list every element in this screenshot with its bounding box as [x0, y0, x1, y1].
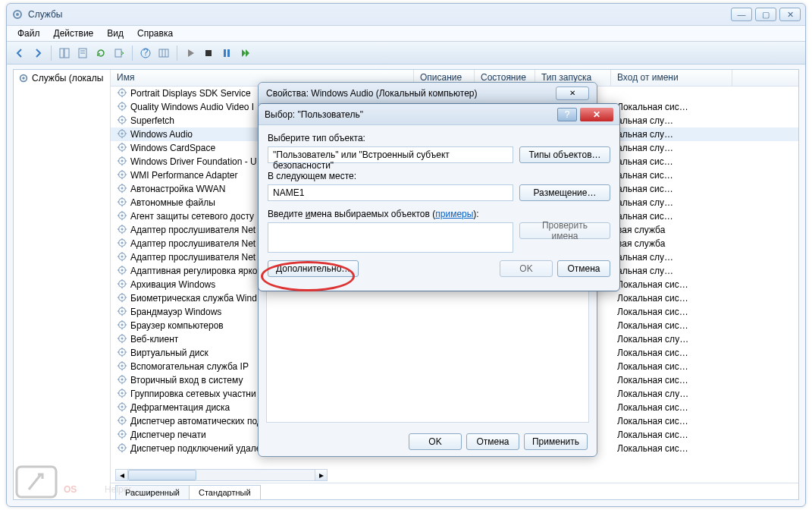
back-button[interactable] [11, 45, 28, 61]
service-name: Quality Windows Audio Video I [130, 102, 254, 112]
gear-icon [117, 374, 127, 387]
gear-icon [117, 128, 127, 141]
gear-icon [18, 73, 29, 83]
columns-button[interactable] [155, 45, 172, 61]
locations-button[interactable]: Размещение… [519, 184, 610, 201]
gear-icon [117, 360, 127, 373]
properties-close-button[interactable]: ✕ [556, 87, 589, 100]
service-logon: Локальная сис… [611, 402, 732, 413]
select-titlebar[interactable]: Выбор: "Пользователь" ? ✕ [259, 104, 619, 125]
properties-titlebar[interactable]: Свойства: Windows Audio (Локальный компь… [259, 83, 597, 104]
service-name: Вспомогательная служба IP [130, 361, 249, 372]
properties-ok-button[interactable]: OK [409, 433, 462, 450]
service-name: Дефрагментация диска [130, 402, 230, 413]
object-type-label: Выберите тип объекта: [268, 133, 610, 143]
gear-icon [117, 238, 127, 250]
svg-rect-14 [224, 49, 226, 57]
svg-point-37 [121, 132, 123, 134]
horizontal-scrollbar[interactable]: ◂ ▸ [115, 469, 328, 481]
menu-action[interactable]: Действие [48, 27, 100, 40]
maximize-button[interactable]: ▢ [755, 8, 776, 21]
service-logon: альная слу… [611, 266, 732, 276]
tree-root[interactable]: Службы (локалы [14, 70, 110, 87]
service-name: Windows Driver Foundation - U [130, 156, 257, 167]
gear-icon [117, 292, 127, 305]
svg-point-43 [121, 146, 123, 148]
svg-point-67 [121, 200, 123, 203]
pause-service-button[interactable] [218, 45, 235, 61]
gear-icon [11, 8, 24, 20]
menu-help[interactable]: Справка [131, 27, 179, 40]
show-hide-tree-button[interactable] [56, 45, 73, 61]
restart-service-button[interactable] [237, 45, 253, 61]
service-name: Автонастройка WWAN [130, 184, 225, 194]
titlebar[interactable]: Службы — ▢ ✕ [7, 4, 805, 25]
stop-service-button[interactable] [200, 45, 217, 61]
svg-point-121 [121, 323, 123, 326]
service-name: Группировка сетевых участни [130, 389, 256, 399]
scroll-left-button[interactable]: ◂ [116, 470, 128, 480]
svg-rect-13 [205, 50, 212, 56]
svg-point-97 [121, 269, 123, 271]
service-name: Windows Audio [130, 129, 193, 140]
scroll-right-button[interactable]: ▸ [315, 470, 327, 480]
properties-cancel-button[interactable]: Отмена [466, 433, 519, 450]
gear-icon [117, 388, 127, 401]
properties-apply-button[interactable]: Применить [524, 433, 588, 450]
advanced-button[interactable]: Дополнительно… [268, 260, 359, 277]
service-name: Агент защиты сетевого досту [130, 211, 254, 222]
gear-icon [117, 333, 127, 346]
properties-button[interactable] [74, 45, 91, 61]
service-logon: альная слу… [611, 115, 732, 126]
gear-icon [117, 442, 127, 455]
refresh-button[interactable] [92, 45, 109, 61]
svg-point-127 [121, 337, 123, 339]
object-names-label: Введите имена выбираемых объектов (приме… [268, 209, 610, 219]
service-name: Адаптер прослушивателя Net [130, 252, 256, 263]
toolbar: ? [7, 42, 805, 65]
service-name: Portrait Displays SDK Service [130, 88, 251, 99]
col-logon[interactable]: Вход от имени [611, 70, 732, 86]
close-button[interactable]: ✕ [779, 8, 801, 21]
service-logon: альная сис… [611, 211, 732, 222]
service-logon: Локальная сис… [611, 307, 732, 317]
svg-point-85 [121, 241, 123, 244]
svg-rect-10 [159, 49, 168, 57]
forward-button[interactable] [30, 45, 46, 61]
svg-point-169 [121, 433, 123, 435]
examples-link[interactable]: примеры [435, 209, 473, 219]
svg-point-17 [22, 77, 25, 80]
service-name: WMI Performance Adapter [130, 170, 237, 181]
start-service-button[interactable] [182, 45, 199, 61]
svg-point-31 [121, 118, 123, 121]
service-name: Адаптер прослушивателя Net [130, 238, 256, 249]
help-button[interactable]: ? [137, 45, 154, 61]
menu-view[interactable]: Вид [101, 27, 130, 40]
scroll-thumb[interactable] [128, 470, 196, 480]
service-logon: Локальная сис… [611, 375, 732, 386]
gear-icon [117, 169, 127, 182]
select-ok-button[interactable]: OK [500, 260, 553, 277]
svg-point-25 [121, 105, 123, 107]
menu-file[interactable]: Файл [11, 27, 46, 40]
minimize-button[interactable]: — [731, 8, 752, 21]
service-logon: альная сис… [611, 170, 732, 181]
service-name: Windows CardSpace [130, 143, 215, 153]
select-cancel-button[interactable]: Отмена [557, 260, 610, 277]
service-name: Адаптивная регулировка ярко [130, 266, 258, 276]
object-types-button[interactable]: Типы объектов… [519, 146, 610, 163]
select-close-button[interactable]: ✕ [580, 108, 613, 121]
menubar: Файл Действие Вид Справка [7, 25, 805, 42]
service-name: Веб-клиент [130, 334, 178, 345]
export-button[interactable] [111, 45, 127, 61]
object-names-input[interactable] [268, 222, 513, 253]
tab-extended[interactable]: Расширенный [115, 485, 190, 499]
service-logon: Локальная сис… [611, 320, 732, 331]
service-name: Адаптер прослушивателя Net [130, 225, 256, 235]
check-names-button[interactable]: Проверить имена [519, 222, 610, 239]
tab-standard[interactable]: Стандартный [189, 485, 261, 499]
select-help-button[interactable]: ? [557, 108, 577, 121]
gear-icon [117, 156, 127, 168]
gear-icon [117, 224, 127, 237]
svg-point-55 [121, 173, 123, 175]
